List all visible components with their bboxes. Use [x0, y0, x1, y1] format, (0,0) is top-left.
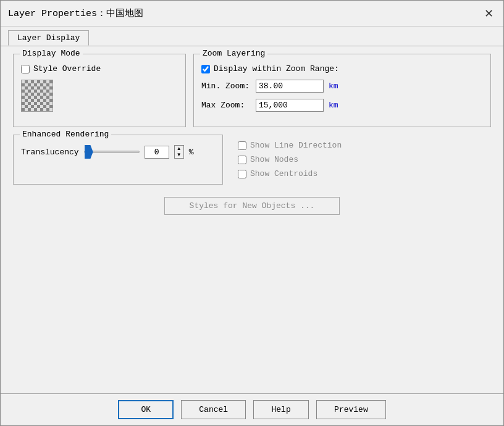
- min-zoom-unit: km: [329, 81, 338, 91]
- max-zoom-label: Max Zoom:: [201, 101, 251, 110]
- style-preview-checkerboard: [21, 80, 53, 112]
- spinner-down-button[interactable]: ▼: [175, 152, 183, 158]
- translucency-input[interactable]: [145, 146, 169, 159]
- min-zoom-row: Min. Zoom: km: [201, 80, 483, 93]
- translucency-row: Translucency ▲ ▼ %: [21, 145, 215, 159]
- close-button[interactable]: ✕: [481, 6, 496, 21]
- tab-content: Display Mode Style Override Zoom Layerin…: [1, 46, 503, 393]
- show-centroids-label: Show Centroids: [250, 169, 317, 178]
- zoom-layering-title: Zoom Layering: [200, 49, 267, 58]
- slider-thumb[interactable]: [85, 145, 93, 159]
- show-line-direction-checkbox[interactable]: [238, 141, 246, 150]
- display-within-row: Display within Zoom Range:: [201, 64, 483, 73]
- bottom-row: Enhanced Rendering Translucency ▲ ▼: [13, 135, 491, 185]
- display-mode-title: Display Mode: [20, 49, 83, 58]
- footer: OK Cancel Help Preview: [1, 393, 503, 425]
- window-title: Layer Properties：中国地图: [8, 7, 143, 19]
- style-override-row: Style Override: [21, 64, 178, 73]
- style-override-label: Style Override: [33, 64, 101, 73]
- styles-new-objects-button[interactable]: Styles for New Objects ...: [164, 197, 340, 215]
- display-within-checkbox[interactable]: [201, 65, 210, 73]
- show-line-direction-row: Show Line Direction: [238, 141, 484, 150]
- top-row: Display Mode Style Override Zoom Layerin…: [13, 54, 491, 127]
- min-zoom-label: Min. Zoom:: [201, 81, 251, 91]
- ok-button[interactable]: OK: [118, 400, 174, 419]
- min-zoom-input[interactable]: [256, 80, 324, 93]
- show-centroids-row: Show Centroids: [238, 169, 484, 178]
- rendering-options-group: Show Line Direction Show Nodes Show Cent…: [230, 135, 491, 185]
- display-mode-group: Display Mode Style Override: [13, 54, 186, 127]
- translucency-label: Translucency: [21, 148, 79, 157]
- title-bar: Layer Properties：中国地图 ✕: [1, 1, 503, 27]
- spinner-up-button[interactable]: ▲: [175, 146, 183, 152]
- dialog-window: Layer Properties：中国地图 ✕ Layer Display Di…: [0, 0, 504, 426]
- tab-bar: Layer Display: [1, 27, 503, 46]
- max-zoom-input[interactable]: [256, 99, 324, 112]
- spinner-buttons: ▲ ▼: [174, 145, 184, 159]
- style-override-checkbox[interactable]: [21, 65, 30, 73]
- enhanced-rendering-group: Enhanced Rendering Translucency ▲ ▼: [13, 135, 223, 185]
- preview-button[interactable]: Preview: [316, 400, 386, 419]
- show-nodes-row: Show Nodes: [238, 155, 484, 164]
- cancel-button[interactable]: Cancel: [181, 400, 246, 419]
- show-nodes-checkbox[interactable]: [238, 156, 246, 164]
- help-button[interactable]: Help: [253, 400, 309, 419]
- show-line-direction-label: Show Line Direction: [250, 141, 342, 150]
- enhanced-rendering-title: Enhanced Rendering: [20, 130, 111, 139]
- tab-layer-display[interactable]: Layer Display: [8, 30, 89, 46]
- show-nodes-label: Show Nodes: [250, 155, 298, 164]
- slider-container: [84, 151, 140, 153]
- zoom-layering-group: Zoom Layering Display within Zoom Range:…: [193, 54, 491, 127]
- styles-button-row: Styles for New Objects ...: [13, 197, 491, 215]
- max-zoom-unit: km: [329, 101, 338, 110]
- pct-label: %: [189, 148, 194, 157]
- slider-track[interactable]: [84, 151, 140, 153]
- show-centroids-checkbox[interactable]: [238, 170, 246, 178]
- display-within-label: Display within Zoom Range:: [214, 64, 339, 73]
- max-zoom-row: Max Zoom: km: [201, 99, 483, 112]
